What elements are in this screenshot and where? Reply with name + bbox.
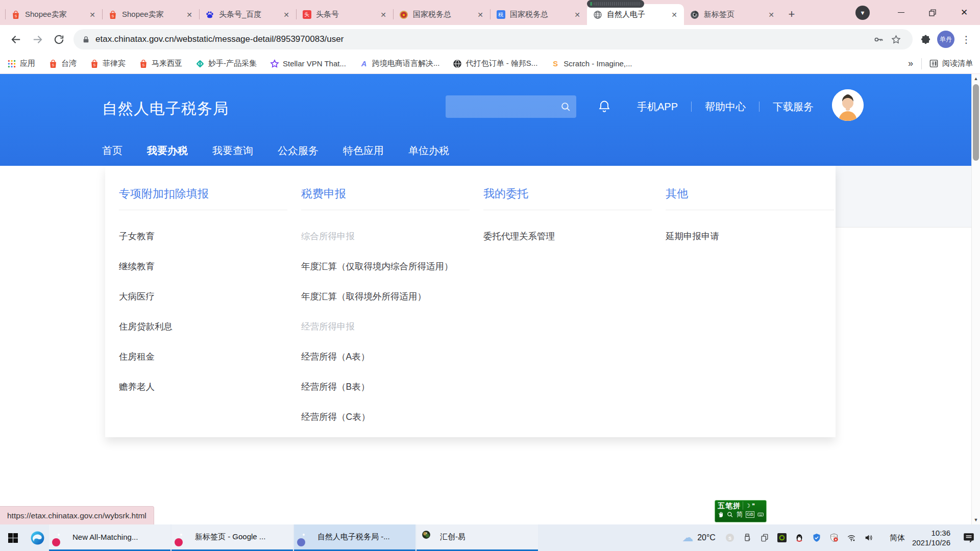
reading-list-button[interactable]: 阅读清单 — [929, 59, 973, 68]
menu-item[interactable]: 年度汇算（仅取得境内综合所得适用） — [301, 259, 464, 274]
tray-wifi-button[interactable] — [846, 533, 857, 543]
nav-item-1[interactable]: 我要办税 — [147, 135, 188, 166]
reading-list-icon — [929, 59, 939, 68]
menu-item[interactable]: 大病医疗 — [119, 289, 282, 304]
edge-taskbar-button[interactable] — [26, 524, 49, 551]
ime-search-icon[interactable] — [727, 511, 733, 518]
menu-item[interactable]: 委托代理关系管理 — [483, 229, 647, 244]
mega-menu-dropdown: 专项附加扣除填报子女教育继续教育大病医疗住房贷款利息住房租金赡养老人税费申报综合… — [105, 166, 836, 437]
taskbar-app-button[interactable]: 新标签页 - Google ... — [172, 524, 293, 551]
bookmark-page-button[interactable] — [887, 31, 904, 48]
taskbar-app-button[interactable]: 自然人电子税务局 -... — [294, 524, 415, 551]
taskbar-button-label: 汇创-易 — [440, 532, 465, 542]
tab-close-button[interactable]: ✕ — [670, 10, 679, 19]
bookmark-item[interactable]: Stellar VPN That... — [270, 59, 346, 68]
nav-item-4[interactable]: 特色应用 — [343, 135, 384, 166]
tab-close-button[interactable]: ✕ — [573, 10, 582, 19]
browser-tab[interactable]: 税国家税务总✕ — [490, 4, 587, 25]
ime-name: 五笔拼 — [718, 502, 743, 510]
menu-column: 专项附加扣除填报子女教育继续教育大病医疗住房贷款利息住房租金赡养老人 — [119, 186, 287, 437]
taskbar-app-button[interactable]: 汇创-易 — [416, 524, 538, 551]
menu-item[interactable]: 继续教育 — [119, 259, 282, 274]
browser-tab[interactable]: 新标签页✕ — [684, 4, 781, 25]
tab-close-button[interactable]: ✕ — [379, 10, 388, 19]
browser-tab[interactable]: SShopee卖家✕ — [102, 4, 199, 25]
password-manager-button[interactable] — [870, 31, 887, 48]
nav-item-3[interactable]: 公众服务 — [278, 135, 318, 166]
header-link[interactable]: 手机APP — [624, 100, 691, 114]
restore-button[interactable] — [917, 0, 948, 25]
header-link[interactable]: 帮助中心 — [692, 100, 759, 114]
bookmark-item[interactable]: 代打包订单 - 翰邦S... — [453, 59, 537, 68]
browser-tab[interactable]: 头头条号✕ — [296, 4, 393, 25]
menu-item[interactable]: 经营所得（C表） — [301, 409, 464, 424]
browser-tab[interactable]: SShopee卖家✕ — [5, 4, 102, 25]
close-window-button[interactable]: ✕ — [948, 0, 980, 25]
ime-charset-label[interactable]: GB — [746, 511, 754, 518]
tray-usb-button[interactable] — [742, 533, 753, 543]
menu-item[interactable]: 住房租金 — [119, 349, 282, 364]
bookmark-item[interactable]: S菲律宾 — [90, 59, 126, 68]
tab-close-button[interactable]: ✕ — [282, 10, 291, 19]
menu-item[interactable]: 赡养老人 — [119, 379, 282, 394]
bookmark-item[interactable]: SScratch - Imagine,... — [551, 59, 632, 68]
forward-button[interactable] — [27, 29, 48, 50]
header-link[interactable]: 下载服务 — [760, 100, 827, 114]
puzzle-icon — [921, 35, 930, 44]
menu-item[interactable]: 经营所得（B表） — [301, 379, 464, 394]
menu-item[interactable]: 住房贷款利息 — [119, 319, 282, 334]
menu-item[interactable]: 延期申报申请 — [666, 229, 829, 244]
browser-tab[interactable]: 头条号_百度✕ — [199, 4, 296, 25]
page-scrollbar[interactable]: ▲ ▼ — [971, 74, 980, 524]
tray-s-circle-button[interactable]: S — [725, 533, 736, 543]
bookmark-item[interactable]: A跨境电商语言解决... — [359, 59, 440, 68]
tab-close-button[interactable]: ✕ — [476, 10, 485, 19]
browser-menu-button[interactable]: ⋮ — [958, 31, 975, 48]
ime-mode-label[interactable]: 简 — [737, 510, 743, 519]
start-button[interactable] — [0, 524, 26, 551]
tab-close-button[interactable]: ✕ — [88, 10, 97, 19]
menu-item[interactable]: 子女教育 — [119, 229, 282, 244]
nav-item-2[interactable]: 我要查询 — [212, 135, 253, 166]
reload-button[interactable] — [48, 29, 69, 50]
input-language-button[interactable]: 简体 — [890, 533, 905, 543]
tab-close-button[interactable]: ✕ — [185, 10, 194, 19]
nav-item-0[interactable]: 首页 — [102, 135, 122, 166]
bookmark-item[interactable]: 应用 — [7, 59, 35, 68]
tab-search-button[interactable]: ▼ — [855, 6, 870, 20]
browser-tab[interactable]: ★国家税务总✕ — [393, 4, 490, 25]
address-bar[interactable]: etax.chinatax.gov.cn/webstatic/message-d… — [74, 29, 913, 49]
ime-keyboard-icon[interactable] — [757, 511, 764, 518]
minimize-button[interactable] — [885, 0, 917, 25]
action-center-button[interactable] — [958, 524, 980, 551]
ime-hand-icon[interactable] — [718, 511, 724, 518]
taskbar-clock[interactable]: 10:36 2021/10/26 — [912, 528, 950, 547]
browser-profile-avatar[interactable]: 单丹 — [937, 31, 954, 48]
bookmark-item[interactable]: S台湾 — [48, 59, 77, 68]
weather-widget[interactable]: ☁ 20°C — [682, 531, 716, 544]
notifications-button[interactable] — [593, 95, 616, 118]
bookmark-item[interactable]: 妙手-产品采集 — [195, 59, 257, 68]
new-tab-button[interactable]: + — [784, 7, 799, 22]
scrollbar-thumb[interactable] — [973, 84, 979, 161]
tray-copy-button[interactable] — [760, 533, 770, 543]
site-search-input[interactable] — [446, 95, 576, 118]
back-button[interactable] — [5, 29, 27, 50]
tray-qq-button[interactable] — [794, 533, 805, 543]
menu-item[interactable]: 年度汇算（取得境外所得适用） — [301, 289, 464, 304]
menu-item[interactable]: 经营所得（A表） — [301, 349, 464, 364]
scroll-up-arrow[interactable]: ▲ — [972, 74, 980, 83]
tray-shield-blue-button[interactable] — [812, 533, 822, 543]
tab-close-button[interactable]: ✕ — [767, 10, 776, 19]
bookmark-item[interactable]: S马来西亚 — [139, 59, 182, 68]
ime-toolbar[interactable]: 五笔拼 ☽ ❞ 简 GB — [715, 500, 767, 522]
extensions-button[interactable] — [917, 31, 934, 48]
bookmarks-overflow-button[interactable]: » — [908, 58, 913, 69]
taskbar-app-button[interactable]: New All-Matching... — [49, 524, 170, 551]
nav-item-5[interactable]: 单位办税 — [408, 135, 449, 166]
scroll-down-arrow[interactable]: ▼ — [972, 516, 980, 524]
tray-nvidia-button[interactable] — [777, 533, 788, 543]
tray-volume-button[interactable] — [864, 533, 874, 543]
user-avatar[interactable] — [832, 89, 864, 121]
tray-shield-red-button[interactable] — [829, 533, 840, 543]
